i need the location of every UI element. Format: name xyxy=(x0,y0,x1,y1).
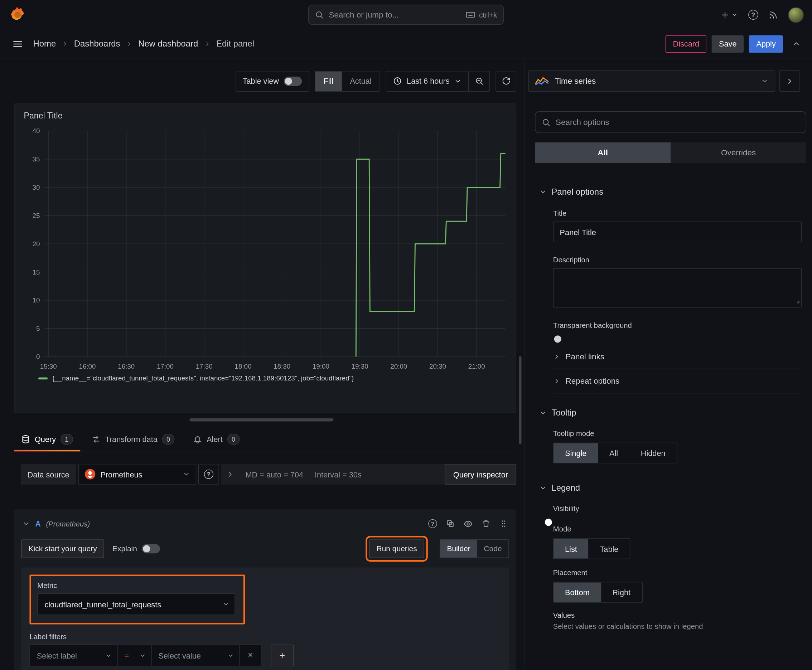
chart-legend[interactable]: {__name__="cloudflared_tunnel_total_requ… xyxy=(38,374,509,382)
panel-title-input[interactable] xyxy=(553,222,802,242)
scrollbar-thumb[interactable] xyxy=(519,356,521,444)
chevron-right-icon xyxy=(125,41,132,47)
chevron-down-icon xyxy=(731,12,738,18)
add-filter-button[interactable]: + xyxy=(271,645,293,667)
grafana-logo[interactable] xyxy=(8,6,26,24)
svg-text:20: 20 xyxy=(32,240,40,248)
chevron-down-icon xyxy=(454,77,461,85)
table-view-toggle[interactable] xyxy=(283,76,302,86)
drag-query-handle[interactable] xyxy=(499,519,508,528)
tab-query[interactable]: Query 1 xyxy=(14,434,80,451)
time-range-button[interactable]: Last 6 hours xyxy=(387,71,468,91)
tab-alert[interactable]: Alert 0 xyxy=(186,434,247,451)
tooltip-mode-hidden[interactable]: Hidden xyxy=(629,443,676,463)
discard-button[interactable]: Discard xyxy=(666,35,706,52)
time-series-chart[interactable]: 051015202530354015:3016:0016:3017:0017:3… xyxy=(24,125,514,372)
legend-mode-table[interactable]: Table xyxy=(588,539,630,559)
remove-filter-button[interactable]: × xyxy=(240,645,262,667)
explain-toggle[interactable] xyxy=(142,544,160,553)
hide-query-button[interactable] xyxy=(464,519,473,528)
svg-text:17:30: 17:30 xyxy=(196,362,213,370)
visualization-picker[interactable]: Time series xyxy=(528,71,775,91)
add-menu-button[interactable] xyxy=(720,10,738,19)
fill-actual-group: Fill Actual xyxy=(315,71,381,91)
breadcrumb-home[interactable]: Home xyxy=(33,39,56,48)
duplicate-query-button[interactable] xyxy=(446,519,455,528)
panel-options-header[interactable]: Panel options xyxy=(539,187,812,196)
legend-placement-bottom[interactable]: Bottom xyxy=(554,582,601,602)
description-textarea[interactable] xyxy=(553,268,802,308)
repeat-options-section[interactable]: Repeat options xyxy=(553,369,802,393)
svg-text:40: 40 xyxy=(32,127,40,135)
breadcrumb-dashboards[interactable]: Dashboards xyxy=(74,39,120,48)
kick-start-button[interactable]: Kick start your query xyxy=(21,540,104,558)
select-value-dropdown[interactable]: Select value xyxy=(152,645,240,667)
panel-links-section[interactable]: Panel links xyxy=(553,343,802,368)
panel-options-fields: Title Description Transparent background… xyxy=(553,209,802,393)
builder-option[interactable]: Builder xyxy=(441,540,477,558)
tab-all[interactable]: All xyxy=(535,142,671,163)
collapse-up-button[interactable] xyxy=(788,36,804,52)
global-search[interactable]: ctrl+k xyxy=(308,5,504,25)
select-label-dropdown[interactable]: Select label xyxy=(29,645,117,667)
time-range-label: Last 6 hours xyxy=(407,76,449,86)
options-search-input[interactable] xyxy=(556,117,800,127)
resize-handle[interactable] xyxy=(190,418,333,421)
query-help-button[interactable]: ? xyxy=(428,519,437,528)
tab-overrides[interactable]: Overrides xyxy=(671,142,806,163)
collapse-options-button[interactable] xyxy=(780,71,800,91)
tooltip-mode-single[interactable]: Single xyxy=(554,443,598,463)
tab-transform[interactable]: Transform data 0 xyxy=(85,434,182,451)
run-queries-button[interactable]: Run queries xyxy=(369,540,424,558)
code-option[interactable]: Code xyxy=(477,540,509,558)
metric-value: cloudflared_tunnel_total_requests xyxy=(44,600,218,609)
query-ref-id[interactable]: A xyxy=(35,519,41,528)
svg-text:30: 30 xyxy=(32,184,40,191)
copy-icon xyxy=(446,519,455,528)
chevron-down-icon[interactable] xyxy=(22,520,30,528)
actual-option[interactable]: Actual xyxy=(342,71,380,91)
breadcrumb-new-dashboard[interactable]: New dashboard xyxy=(138,39,198,48)
query-row-header: A (Prometheus) ? xyxy=(21,514,509,535)
datasource-help-button[interactable]: ? xyxy=(198,464,219,485)
legend-header[interactable]: Legend xyxy=(539,483,812,493)
hamburger-icon xyxy=(12,39,23,49)
chevron-up-icon xyxy=(792,39,800,48)
fill-option[interactable]: Fill xyxy=(315,71,342,91)
prometheus-icon xyxy=(85,469,96,480)
query-inspector-button[interactable]: Query inspector xyxy=(445,464,516,485)
menu-toggle[interactable] xyxy=(12,39,23,49)
datasource-picker[interactable]: Prometheus xyxy=(78,464,196,485)
help-button[interactable]: ? xyxy=(748,10,758,19)
label-filters-label: Label filters xyxy=(29,633,500,641)
refresh-button[interactable] xyxy=(496,71,516,91)
save-button[interactable]: Save xyxy=(712,35,744,52)
apply-button[interactable]: Apply xyxy=(749,35,783,52)
legend-mode-list[interactable]: List xyxy=(554,539,588,559)
tooltip-mode-label: Tooltip mode xyxy=(553,429,802,437)
delete-query-button[interactable] xyxy=(481,519,490,528)
avatar[interactable] xyxy=(788,7,804,22)
query-count-badge: 1 xyxy=(61,434,73,445)
search-shortcut: ctrl+k xyxy=(465,10,497,19)
legend-values-label: Values xyxy=(553,611,802,619)
tooltip-header[interactable]: Tooltip xyxy=(539,408,812,418)
resize-corner-icon[interactable] xyxy=(794,297,800,306)
editor-tabs: Query 1 Transform data 0 Alert 0 xyxy=(14,434,516,451)
tab-query-label: Query xyxy=(35,435,56,444)
chevron-down-icon xyxy=(539,409,547,417)
label-filter-row: Select label = Select value × + xyxy=(29,645,500,667)
svg-text:18:30: 18:30 xyxy=(273,362,290,370)
operator-dropdown[interactable]: = xyxy=(117,645,151,667)
news-button[interactable] xyxy=(769,10,778,19)
legend-mode-group: List Table xyxy=(553,538,631,559)
breadcrumb: Home Dashboards New dashboard Edit panel xyxy=(33,39,254,48)
refresh-control xyxy=(495,71,516,91)
search-input[interactable] xyxy=(329,10,460,19)
options-search[interactable] xyxy=(535,111,806,133)
metric-select[interactable]: cloudflared_tunnel_total_requests xyxy=(37,594,235,615)
legend-placement-right[interactable]: Right xyxy=(601,582,642,602)
tooltip-mode-all[interactable]: All xyxy=(598,443,629,463)
zoom-out-time-button[interactable] xyxy=(469,71,490,91)
expand-options-button[interactable] xyxy=(226,470,234,478)
